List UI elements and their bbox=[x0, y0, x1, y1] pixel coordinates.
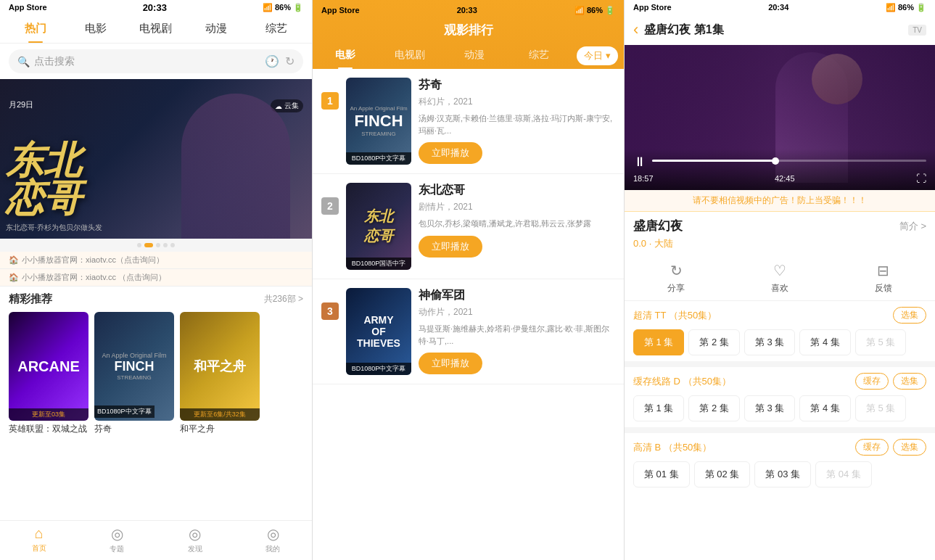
featured-item-arcane[interactable]: ARCANE 更新至03集 英雄联盟：双城之战 bbox=[9, 312, 88, 435]
finch-badge: BD1080P中文字幕 bbox=[94, 405, 155, 418]
episode-2-4[interactable]: 第 4 集 bbox=[799, 395, 850, 421]
episode-3-3[interactable]: 第 03 集 bbox=[754, 461, 811, 487]
like-action[interactable]: ♡ 喜欢 bbox=[728, 262, 832, 295]
bottom-nav-1: ⌂ 首页 ◎ 专题 ◎ 发现 ◎ 我的 bbox=[0, 520, 312, 560]
search-bar[interactable]: 🔍 点击搜索 🕐 ↻ bbox=[9, 49, 303, 73]
quality-title-3: 高清 B （共50集） bbox=[633, 441, 712, 454]
like-icon: ♡ bbox=[773, 262, 786, 279]
p3-header: ‹ 盛唐幻夜 第1集 TV bbox=[625, 15, 935, 45]
ad-banner-2[interactable]: 🏠 小小播放器官网：xiaotv.cc （点击询问） bbox=[0, 269, 312, 287]
like-label: 喜欢 bbox=[771, 282, 788, 295]
rank1-info: 芬奇 科幻片，2021 汤姆·汉克斯,卡赖伯·兰德里·琼斯,洛拉·玛汀内斯-康宁… bbox=[419, 78, 615, 164]
discover-icon-1: ◎ bbox=[189, 525, 201, 543]
ad-banner[interactable]: 🏠 小小播放器官网：xiaotv.cc（点击询问） bbox=[0, 252, 312, 269]
episode-2-2[interactable]: 第 2 集 bbox=[688, 395, 739, 421]
cache-btn-2[interactable]: 缓存 bbox=[855, 373, 889, 390]
rank-number-1: 1 bbox=[321, 92, 339, 110]
battery-icon: 📶 bbox=[263, 3, 273, 12]
nav-mine-label-1: 我的 bbox=[265, 544, 280, 554]
p2-tab-movie[interactable]: 电影 bbox=[313, 43, 377, 69]
back-button[interactable]: ‹ bbox=[633, 20, 638, 39]
dot-5 bbox=[170, 243, 175, 247]
dot-2 bbox=[144, 243, 153, 247]
rank3-play-btn[interactable]: 立即播放 bbox=[419, 353, 482, 374]
rank2-play-btn[interactable]: 立即播放 bbox=[419, 236, 482, 258]
hero-banner[interactable]: 月29日 ☁ 云集 东北 恋哥 东北恋哥·乔杉为包贝尔做头发 bbox=[0, 79, 312, 239]
episode-3-4[interactable]: 第 04 集 bbox=[815, 461, 872, 487]
topic-icon-1: ◎ bbox=[111, 525, 123, 543]
episode-grid-2: 第 1 集 第 2 集 第 3 集 第 4 集 第 5 集 bbox=[633, 395, 926, 424]
share-label: 分享 bbox=[667, 282, 685, 295]
pause-button[interactable]: ⏸ bbox=[633, 155, 646, 170]
featured-item-finch[interactable]: An Apple Original Film FINCH STREAMING B… bbox=[94, 312, 174, 435]
feedback-action[interactable]: ⊟ 反馈 bbox=[831, 262, 935, 295]
episode-1-3[interactable]: 第 3 集 bbox=[744, 329, 795, 355]
rank3-genre: 动作片，2021 bbox=[419, 306, 615, 318]
episode-1-5[interactable]: 第 5 集 bbox=[855, 329, 906, 355]
fullscreen-button[interactable]: ⛶ bbox=[916, 173, 926, 184]
p3-content: 盛唐幻夜 简介 > 0.0 · 大陆 ↻ 分享 ♡ 喜欢 ⊟ 反馈 超清 TT … bbox=[625, 212, 935, 560]
p2-time: 20:33 bbox=[457, 6, 477, 15]
video-progress-bar[interactable] bbox=[652, 160, 926, 162]
tab-variety[interactable]: 综艺 bbox=[246, 15, 306, 43]
quality-select-2[interactable]: 选集 bbox=[893, 373, 926, 390]
episode-grid-3: 第 01 集 第 02 集 第 03 集 第 04 集 bbox=[633, 461, 926, 490]
rank3-title: 神偷军团 bbox=[419, 288, 615, 303]
rank-item-1[interactable]: 1 An Apple Original Film FINCH STREAMING… bbox=[313, 69, 624, 174]
p3-status-bar: App Store 20:34 📶 86% 🔋 bbox=[625, 0, 935, 15]
share-icon: ↻ bbox=[670, 262, 683, 279]
share-action[interactable]: ↻ 分享 bbox=[625, 262, 728, 295]
episode-grid-1: 第 1 集 第 2 集 第 3 集 第 4 集 第 5 集 bbox=[633, 329, 926, 358]
p3-battery: 📶 86% 🔋 bbox=[886, 3, 926, 12]
rank-item-3[interactable]: 3 ARMYOFTHIEVES BD1080P中文字幕 神偷军团 动作片，202… bbox=[313, 279, 624, 384]
rank-thumb-3: ARMYOFTHIEVES BD1080P中文字幕 bbox=[346, 288, 411, 375]
dot-1 bbox=[137, 243, 141, 247]
p2-tab-tv[interactable]: 电视剧 bbox=[377, 43, 442, 69]
video-progress-fill bbox=[652, 160, 775, 162]
tab-movie[interactable]: 电影 bbox=[66, 15, 126, 43]
rank1-play-btn[interactable]: 立即播放 bbox=[419, 142, 482, 164]
p2-today-btn[interactable]: 今日 ▾ bbox=[577, 46, 618, 65]
nav-mine-1[interactable]: ◎ 我的 bbox=[234, 525, 313, 554]
rank-item-2[interactable]: 2 东北恋哥 BD1080P国语中字 东北恋哥 剧情片，2021 包贝尔,乔杉,… bbox=[313, 174, 624, 279]
episode-2-1[interactable]: 第 1 集 bbox=[633, 395, 684, 421]
featured-item-peace[interactable]: 和平之舟 更新至6集/共32集 和平之舟 bbox=[180, 312, 260, 435]
tab-tv[interactable]: 电视剧 bbox=[126, 15, 186, 43]
tab-anime[interactable]: 动漫 bbox=[186, 15, 246, 43]
panel-home: App Store 20:33 📶 86% 🔋 热门 电影 电视剧 动漫 综艺 … bbox=[0, 0, 312, 560]
quality-select-1[interactable]: 选集 bbox=[893, 307, 926, 324]
p3-intro-link[interactable]: 简介 > bbox=[899, 220, 926, 233]
episode-1-4[interactable]: 第 4 集 bbox=[799, 329, 850, 355]
history-icon[interactable]: 🕐 bbox=[265, 54, 279, 68]
rank3-cast: 马提亚斯·施维赫夫,姈塔莉·伊曼纽尔,露比·欧·菲,斯图尔特·马丁,... bbox=[419, 323, 615, 347]
p2-tab-anime[interactable]: 动漫 bbox=[442, 43, 506, 69]
featured-thumb-arcane: ARCANE 更新至03集 bbox=[9, 312, 88, 421]
quality-header-1: 超清 TT （共50集） 选集 bbox=[633, 307, 926, 324]
panel-player: App Store 20:34 📶 86% 🔋 ‹ 盛唐幻夜 第1集 TV ⏸ bbox=[624, 0, 935, 560]
p2-tab-variety[interactable]: 综艺 bbox=[506, 43, 571, 69]
episode-3-2[interactable]: 第 02 集 bbox=[694, 461, 751, 487]
tab-hot[interactable]: 热门 bbox=[6, 15, 66, 43]
video-total-time: 42:45 bbox=[775, 174, 795, 183]
video-player[interactable]: ⏸ 18:57 42:45 ⛶ bbox=[625, 45, 935, 190]
episode-3-1[interactable]: 第 01 集 bbox=[633, 461, 690, 487]
episode-2-5[interactable]: 第 5 集 bbox=[855, 395, 906, 421]
refresh-icon[interactable]: ↻ bbox=[285, 54, 294, 68]
cache-btn-3[interactable]: 缓存 bbox=[855, 439, 889, 456]
p2-battery: 📶 86% 🔋 bbox=[574, 6, 615, 15]
episode-1-2[interactable]: 第 2 集 bbox=[688, 329, 739, 355]
search-actions: 🕐 ↻ bbox=[265, 54, 294, 68]
dot-3 bbox=[156, 243, 160, 247]
nav-discover-1[interactable]: ◎ 发现 bbox=[156, 525, 234, 554]
search-placeholder: 点击搜索 bbox=[34, 55, 260, 68]
quality-select-3[interactable]: 选集 bbox=[893, 439, 926, 456]
episode-1-1[interactable]: 第 1 集 bbox=[633, 329, 684, 355]
episode-2-3[interactable]: 第 3 集 bbox=[744, 395, 795, 421]
hero-title: 东北 恋哥 bbox=[6, 141, 81, 217]
nav-home-1[interactable]: ⌂ 首页 bbox=[0, 525, 78, 554]
featured-more[interactable]: 共236部 > bbox=[264, 293, 303, 305]
section-divider-1 bbox=[625, 361, 935, 367]
nav-topic-1[interactable]: ◎ 专题 bbox=[78, 525, 157, 554]
search-icon: 🔍 bbox=[17, 56, 30, 67]
rank3-info: 神偷军团 动作片，2021 马提亚斯·施维赫夫,姈塔莉·伊曼纽尔,露比·欧·菲,… bbox=[419, 288, 615, 374]
